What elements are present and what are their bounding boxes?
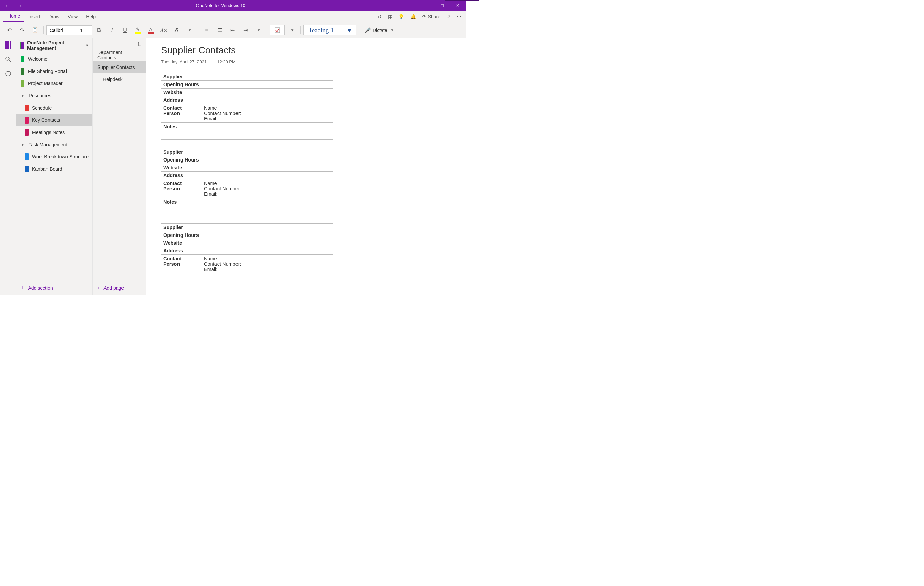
- forward-button[interactable]: →: [17, 3, 22, 8]
- cell-label[interactable]: Supplier: [161, 73, 202, 81]
- lightbulb-icon[interactable]: 💡: [398, 14, 404, 19]
- recent-icon[interactable]: [4, 70, 12, 78]
- todo-tag-button[interactable]: [270, 25, 285, 35]
- back-button[interactable]: ←: [5, 3, 10, 8]
- italic-button[interactable]: I: [106, 25, 118, 36]
- cell-label[interactable]: Notes: [161, 123, 202, 140]
- maximize-button[interactable]: □: [434, 0, 450, 11]
- style-selector[interactable]: Heading 1 ▼: [304, 25, 356, 35]
- section-key-contacts[interactable]: Key Contacts: [16, 114, 92, 126]
- page-canvas[interactable]: Supplier Contacts Tuesday, April 27, 202…: [146, 38, 465, 295]
- cell-label[interactable]: Opening Hours: [161, 231, 202, 239]
- cell-label[interactable]: Website: [161, 89, 202, 96]
- cell-value[interactable]: [202, 247, 333, 255]
- cell-label[interactable]: Contact Person: [161, 104, 202, 123]
- cell-value[interactable]: [202, 148, 333, 156]
- dictate-button[interactable]: 🎤 Dictate ▼: [362, 28, 396, 33]
- cell-contact[interactable]: Name: Contact Number: Email:: [202, 104, 333, 123]
- bell-icon[interactable]: 🔔: [410, 14, 416, 19]
- cell-label[interactable]: Website: [161, 239, 202, 247]
- section-group-task-management[interactable]: ▼ Task Management: [16, 139, 92, 151]
- cell-label[interactable]: Address: [161, 172, 202, 180]
- cell-label[interactable]: Opening Hours: [161, 156, 202, 164]
- cell-value[interactable]: [202, 231, 333, 239]
- font-name-input[interactable]: [47, 26, 78, 35]
- redo-button[interactable]: ↷: [16, 25, 28, 36]
- section-welcome[interactable]: Welcome: [16, 53, 92, 65]
- section-schedule[interactable]: Schedule: [16, 102, 92, 114]
- font-color-button[interactable]: A: [145, 25, 157, 36]
- notebook-selector[interactable]: OneNote Project Management ▼: [16, 38, 92, 53]
- cell-label[interactable]: Contact Person: [161, 180, 202, 198]
- notebooks-icon[interactable]: [4, 41, 12, 49]
- sync-icon[interactable]: ↺: [378, 14, 382, 19]
- page-department-contacts[interactable]: Department Contacts: [92, 49, 145, 61]
- share-button[interactable]: ↷ Share: [422, 14, 441, 19]
- cell-label[interactable]: Supplier: [161, 224, 202, 231]
- cell-value[interactable]: [202, 164, 333, 172]
- clipboard-button[interactable]: 📋: [29, 25, 41, 36]
- undo-button[interactable]: ↶: [3, 25, 15, 36]
- more-icon[interactable]: ⋯: [457, 14, 462, 19]
- section-project-manager[interactable]: Project Manager: [16, 78, 92, 89]
- cell-value[interactable]: [202, 123, 333, 140]
- page-title[interactable]: Supplier Contacts: [161, 45, 450, 56]
- close-button[interactable]: ✕: [450, 0, 465, 11]
- format-painter-button[interactable]: A̸: [171, 25, 182, 36]
- tab-insert[interactable]: Insert: [24, 11, 44, 22]
- tab-draw[interactable]: Draw: [44, 11, 63, 22]
- cell-label[interactable]: Website: [161, 164, 202, 172]
- bullets-button[interactable]: ≡: [201, 25, 213, 36]
- cell-value[interactable]: [202, 73, 333, 81]
- cell-value[interactable]: [202, 96, 333, 104]
- minimize-button[interactable]: –: [419, 0, 434, 11]
- outdent-button[interactable]: ⇤: [227, 25, 238, 36]
- more-paragraph-button[interactable]: ▼: [252, 25, 264, 36]
- section-group-resources[interactable]: ▼ Resources: [16, 89, 92, 102]
- cell-label[interactable]: Contact Person: [161, 255, 202, 274]
- underline-button[interactable]: U: [119, 25, 130, 36]
- cell-contact[interactable]: Name: Contact Number: Email:: [202, 180, 333, 198]
- page-it-helpdesk[interactable]: IT Helpdesk: [92, 73, 145, 86]
- add-section-button[interactable]: + Add section: [16, 281, 92, 295]
- cell-value[interactable]: [202, 156, 333, 164]
- cell-contact[interactable]: Name: Contact Number: Email:: [202, 255, 333, 274]
- cell-label[interactable]: Notes: [161, 198, 202, 215]
- tab-home[interactable]: Home: [3, 11, 24, 22]
- add-page-button[interactable]: + Add page: [92, 281, 145, 295]
- page-time[interactable]: 12:20 PM: [217, 59, 236, 64]
- feed-icon[interactable]: ▦: [388, 14, 392, 19]
- supplier-table[interactable]: Supplier Opening Hours Website Address C…: [161, 223, 333, 274]
- numbering-button[interactable]: ☰: [214, 25, 225, 36]
- cell-value[interactable]: [202, 239, 333, 247]
- cell-value[interactable]: [202, 89, 333, 96]
- font-selector[interactable]: [46, 25, 92, 35]
- fullscreen-icon[interactable]: ↗: [447, 14, 450, 19]
- tab-help[interactable]: Help: [82, 11, 100, 22]
- highlight-button[interactable]: ✎: [132, 25, 144, 36]
- search-icon[interactable]: [4, 56, 12, 63]
- section-file-sharing[interactable]: File Sharing Portal: [16, 65, 92, 78]
- cell-label[interactable]: Opening Hours: [161, 81, 202, 89]
- cell-value[interactable]: [202, 198, 333, 215]
- tags-dropdown[interactable]: ▼: [286, 25, 298, 36]
- font-size-input[interactable]: [78, 26, 92, 35]
- clear-formatting-button[interactable]: 𝐴⊘: [158, 25, 169, 36]
- cell-label[interactable]: Address: [161, 96, 202, 104]
- cell-value[interactable]: [202, 172, 333, 180]
- section-kanban[interactable]: Kanban Board: [16, 163, 92, 175]
- tab-view[interactable]: View: [63, 11, 82, 22]
- sort-pages-icon[interactable]: ⇅: [137, 41, 142, 47]
- page-supplier-contacts[interactable]: Supplier Contacts: [92, 61, 145, 73]
- page-date[interactable]: Tuesday, April 27, 2021: [161, 59, 207, 64]
- cell-value[interactable]: [202, 81, 333, 89]
- section-wbs[interactable]: Work Breakdown Structure: [16, 151, 92, 163]
- bold-button[interactable]: B: [93, 25, 105, 36]
- section-meetings-notes[interactable]: Meetings Notes: [16, 126, 92, 139]
- cell-label[interactable]: Address: [161, 247, 202, 255]
- supplier-table[interactable]: Supplier Opening Hours Website Address C…: [161, 148, 333, 215]
- supplier-table[interactable]: Supplier Opening Hours Website Address C…: [161, 73, 333, 140]
- cell-value[interactable]: [202, 224, 333, 231]
- more-font-button[interactable]: ▼: [183, 25, 195, 36]
- indent-button[interactable]: ⇥: [239, 25, 251, 36]
